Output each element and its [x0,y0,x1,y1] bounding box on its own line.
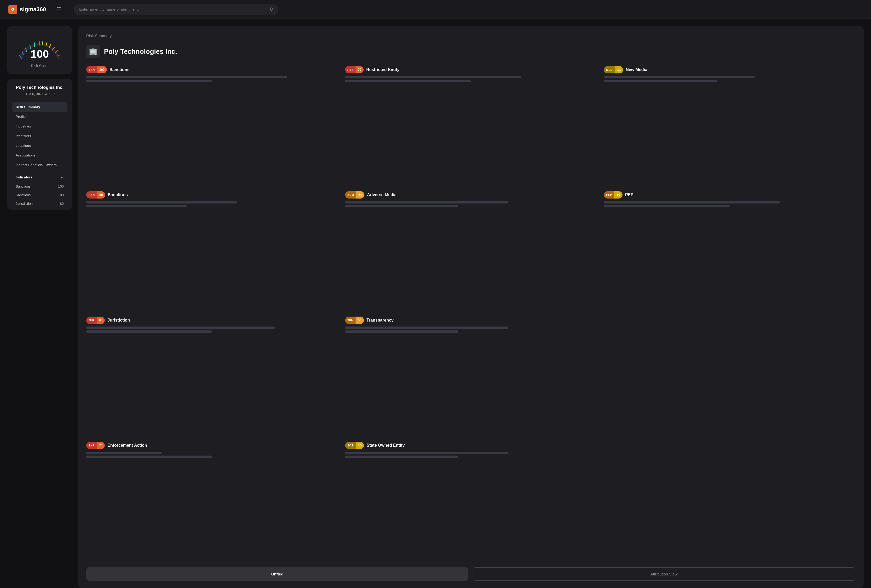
indicator-item-jurisdiction-80[interactable]: Jurisdiction 80 [12,199,67,208]
risk-bar-group-9 [86,452,338,458]
entity-icon-box: 🏢 [86,45,100,58]
unfied-button[interactable]: Unfied [86,567,468,581]
risk-card-title-0: Sanctions [109,67,129,72]
score-label: Risk Score [31,64,49,68]
risk-badge-0: SAN 100 [86,66,107,73]
risk-bar-0-1 [86,80,212,82]
risk-bar-group-6 [86,326,338,333]
badge-score-1: 70 [356,66,364,73]
risk-bar-6-1 [86,331,212,333]
risk-bar-2-0 [604,76,755,78]
risk-card-header-0: SAN 100 Sanctions [86,66,338,73]
risk-card-header-6: JUR 80 Juristiction [86,317,338,324]
risk-card-7: TRN 50 Transparency [345,317,597,437]
risk-bar-group-5 [604,201,855,207]
badge-score-0: 100 [97,66,107,73]
risk-bar-group-2 [604,76,855,82]
indicator-label: Sanctions [16,184,31,189]
indicator-item-sanctions-80[interactable]: Sanctions 80 [12,191,67,199]
risk-bar-group-1 [345,76,597,82]
logo-icon: σ [8,5,17,14]
risk-badge-2: MED 11 [604,66,623,73]
risk-bar-5-1 [604,205,729,207]
risk-bar-3-0 [86,201,237,203]
risk-card-title-1: Restricted Entity [366,67,400,72]
risk-card-11 [604,442,855,562]
badge-score-5: 10 [614,191,622,199]
risk-bar-1-0 [345,76,521,78]
risk-bar-group-0 [86,76,338,82]
indicators-section-header[interactable]: Indicators ⌄ [12,172,67,182]
risk-card-header-5: PEP 10 PEP [604,191,855,199]
logo-text: sigma360 [20,6,46,13]
badge-score-10: 15 [356,442,364,449]
badge-label-6: JUR [86,317,97,324]
risk-card-header-3: SAN 80 Sanctions [86,191,338,199]
risk-bar-5-0 [604,201,780,203]
risk-bar-7-1 [345,331,458,333]
risk-badge-3: SAN 80 [86,191,105,199]
risk-card-title-9: Enforcement Action [107,443,147,448]
sidebar-item-profile[interactable]: Profile [12,112,67,121]
indicator-item-sanctions-100[interactable]: Sanctions 100 [12,182,67,191]
badge-score-2: 11 [615,66,623,73]
entity-id-icon: ↺ [24,92,27,96]
risk-card-header-1: RST 70 Restricted Entity [345,66,597,73]
sidebar-item-locations[interactable]: Locations [12,141,67,150]
sidebar-item-identifiers[interactable]: Identifiers [12,131,67,141]
logo: σ sigma360 [8,5,46,14]
score-number: 100 [31,49,49,60]
risk-card-1: RST 70 Restricted Entity [345,66,597,186]
risk-card-title-10: State Owned Entity [367,443,405,448]
nav-divider-top [12,101,67,101]
risk-bar-group-7 [345,326,597,333]
risk-card-title-2: New Media [626,67,647,72]
risk-card-5: PEP 10 PEP [604,191,855,311]
risk-bar-1-1 [345,80,471,82]
risk-bar-group-3 [86,201,338,207]
badge-label-4: ADM [345,191,356,199]
risk-card-header-10: SOE 15 State Owned Entity [345,442,597,449]
risk-bar-7-0 [345,326,509,329]
risk-card-header-9: ENF 70 Enforcement Action [86,442,338,449]
risk-bar-2-1 [604,80,717,82]
risk-card-6: JUR 80 Juristiction [86,317,338,437]
badge-label-1: RST [345,66,356,73]
search-input[interactable] [79,7,267,12]
badge-label-9: ENF [86,442,97,449]
sidebar-item-risk-summary[interactable]: Risk Summary [12,102,67,112]
search-icon: ⚲ [269,6,273,12]
indicator-count: 80 [60,193,64,197]
section-title: Risk Summery [86,33,855,38]
hamburger-menu-button[interactable]: ☰ [54,5,64,14]
risk-bar-4-1 [345,205,458,207]
indicator-label: Sanctions [16,193,31,197]
app-header: σ sigma360 ☰ ⚲ [0,0,871,19]
badge-score-9: 70 [97,442,105,449]
risk-card-title-7: Transparency [367,318,394,323]
risk-card-10: SOE 15 State Owned Entity [345,442,597,562]
sidebar-item-associations[interactable]: Associations [12,150,67,160]
risk-card-title-3: Sanctions [108,193,128,197]
attribution-view-button[interactable]: Attribution View [473,567,855,581]
gauge-wrap: 100 [16,33,63,60]
sidebar-item-industries[interactable]: Industries [12,121,67,131]
entity-name: Poly Technologies Inc. [12,85,67,90]
risk-card-0: SAN 100 Sanctions [86,66,338,186]
risk-card-2: MED 11 New Media [604,66,855,186]
indicator-label: Jurisdiction [16,202,33,206]
risk-bar-4-0 [345,201,509,203]
score-card: 100 Risk Score [7,26,72,74]
risk-bar-3-1 [86,205,187,207]
nav-section: Risk Summary Profile Industries Identifi… [12,102,67,170]
risk-bar-10-1 [345,456,458,458]
risk-card-9: ENF 70 Enforcement Action [86,442,338,562]
chevron-down-icon: ⌄ [61,175,64,179]
risk-bar-0-0 [86,76,287,78]
entity-nav-card: Poly Technologies Inc. ↺ 0HQ1842CWP8B5 R… [7,79,72,210]
sidebar-item-indirect-beneficial-owners[interactable]: Indirect Beneficial Owners [12,160,67,170]
indicator-count: 100 [58,184,64,189]
main-layout: 100 Risk Score Poly Technologies Inc. ↺ … [0,19,871,588]
risk-badge-10: SOE 15 [345,442,364,449]
risk-badge-1: RST 70 [345,66,364,73]
